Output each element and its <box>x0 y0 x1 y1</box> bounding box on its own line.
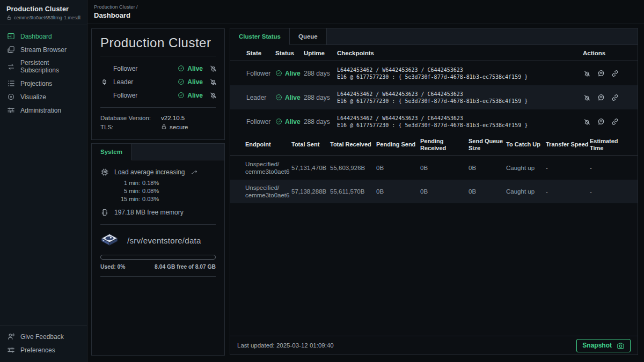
sliders-icon <box>7 106 15 114</box>
bell-slash-icon[interactable] <box>583 93 591 102</box>
bell-slash-icon[interactable] <box>209 64 218 73</box>
bell-slash-icon[interactable] <box>209 77 218 86</box>
sidebar-item-label: Persistent Subscriptions <box>20 59 80 74</box>
sidebar-item-stream-browser[interactable]: Stream Browser <box>0 43 87 56</box>
message-icon[interactable] <box>597 117 605 126</box>
replication-table-header: Endpoint Total Sent Total Received Pendi… <box>230 134 638 156</box>
cluster-host-text: cemme3to0aet653ltrng-1.mesdb.... <box>14 15 80 20</box>
sidebar-item-label: Projections <box>20 80 52 87</box>
layers-icon <box>7 46 15 54</box>
row-actions <box>583 117 632 126</box>
node-uptime: 288 days <box>304 118 337 125</box>
total-received: 55,603,926B <box>330 165 376 171</box>
snapshot-button[interactable]: Snapshot <box>576 339 631 352</box>
sidebar-item-label: Give Feedback <box>20 333 64 341</box>
camera-icon <box>617 342 625 350</box>
row-actions <box>583 69 632 78</box>
sidebar-item-give-feedback[interactable]: Give Feedback <box>0 330 87 343</box>
breadcrumb[interactable]: Production Cluster / <box>94 4 644 10</box>
cluster-node-list: Follower Alive Leader Alive <box>92 56 224 107</box>
disk-path: /srv/eventstore/data <box>127 236 201 245</box>
node-uptime: 288 days <box>304 94 337 101</box>
disk-icon <box>100 233 119 247</box>
bell-slash-icon[interactable] <box>209 91 218 100</box>
replication-table-row: Unspecified/ cemme3to0aet6 57,138,288B 5… <box>230 180 638 203</box>
cluster-name: Production Cluster <box>6 5 80 13</box>
check-circle-icon <box>275 118 282 125</box>
db-version-label: Database Version: <box>100 115 161 121</box>
endpoint-cell: Unspecified/ cemme3to0aet6 <box>245 184 291 199</box>
cluster-table-row: Follower Alive 288 days L6442453462 / W6… <box>230 109 638 134</box>
load-average-title: Load average increasing <box>114 168 185 176</box>
estimated-time: - <box>590 165 632 171</box>
cpu-icon <box>100 168 109 176</box>
total-sent: 57,131,470B <box>291 165 330 171</box>
cluster-node-row: Follower Alive <box>100 62 218 75</box>
system-card: System Load average increasing 1 min:0.1… <box>91 143 225 356</box>
sidebar-item-label: Stream Browser <box>20 46 67 54</box>
row-actions <box>583 93 632 102</box>
check-circle-icon <box>178 92 185 99</box>
message-icon[interactable] <box>597 93 605 102</box>
node-status: Alive <box>275 94 304 101</box>
feedback-icon <box>7 333 15 341</box>
sidebar-header: Production Cluster cemme3to0aet653ltrng-… <box>0 0 87 25</box>
sidebar-item-dashboard[interactable]: Dashboard <box>0 29 87 43</box>
sidebar-item-preferences[interactable]: Preferences <box>0 343 87 357</box>
node-state: Follower <box>246 70 275 77</box>
sidebar-item-persistent-subscriptions[interactable]: Persistent Subscriptions <box>0 56 87 77</box>
link-icon[interactable] <box>611 69 619 78</box>
bell-slash-icon[interactable] <box>583 117 591 126</box>
total-sent: 57,138,288B <box>291 188 330 195</box>
endpoint-cell: Unspecified/ cemme3to0aet6 <box>245 160 291 175</box>
load-average-row: Load average increasing <box>92 168 224 176</box>
pending-received: 0B <box>420 188 469 195</box>
sidebar: Production Cluster cemme3to0aet653ltrng-… <box>0 0 87 362</box>
pending-received: 0B <box>420 165 469 171</box>
disk-used: Used: 0% <box>100 264 125 270</box>
bell-slash-icon[interactable] <box>583 69 591 78</box>
link-icon[interactable] <box>611 117 619 126</box>
sidebar-item-administration[interactable]: Administration <box>0 104 87 117</box>
sidebar-nav: Dashboard Stream Browser Persistent Subs… <box>0 25 87 121</box>
leader-plug-icon <box>100 78 108 86</box>
cluster-card-title: Production Cluster <box>92 29 224 56</box>
node-state: Leader <box>246 94 275 101</box>
to-catch-up: Caught up <box>506 165 546 171</box>
page-title: Dashboard <box>94 11 644 19</box>
to-catch-up: Caught up <box>506 188 546 195</box>
node-state: Follower <box>246 118 275 125</box>
pending-send: 0B <box>376 165 420 171</box>
estimated-time: - <box>590 188 632 195</box>
sidebar-item-projections[interactable]: Projections <box>0 77 87 90</box>
node-status: Alive <box>178 78 203 86</box>
swap-arrows-icon <box>7 63 15 71</box>
sidebar-footer: Give Feedback Preferences <box>0 325 87 362</box>
tab-queue[interactable]: Queue <box>290 28 327 45</box>
eye-icon <box>7 93 15 101</box>
last-updated: Last updated: 2025-03-12 01:09:40 <box>237 342 334 349</box>
link-icon[interactable] <box>611 93 619 102</box>
lock-icon <box>161 124 167 130</box>
sidebar-item-visualize[interactable]: Visualize <box>0 90 87 104</box>
transfer-speed: - <box>546 188 590 195</box>
load-average-values: 1 min:0.18% 5 min:0.08% 15 min:0.03% <box>92 179 224 203</box>
transfer-speed: - <box>546 165 590 171</box>
preferences-sliders-icon <box>7 346 15 354</box>
cluster-node-row: Leader Alive <box>100 75 218 88</box>
send-queue-size: 0B <box>469 165 506 171</box>
cluster-node-row: Follower Alive <box>100 88 218 102</box>
tab-cluster-status[interactable]: Cluster Status <box>230 28 290 45</box>
topbar: Production Cluster / Dashboard <box>87 0 644 24</box>
sidebar-item-label: Administration <box>20 107 61 114</box>
disk-usage-bar <box>100 255 216 260</box>
cluster-table-header: State Status Uptime Checkpoints Actions <box>230 45 638 61</box>
tab-system[interactable]: System <box>92 144 131 160</box>
sidebar-item-label: Visualize <box>20 93 46 101</box>
disk-usage-row: Used: 0% 8.04 GB free of 8.07 GB <box>100 264 216 270</box>
message-icon[interactable] <box>597 69 605 78</box>
node-status: Alive <box>275 70 304 77</box>
check-circle-icon <box>275 70 282 77</box>
memory-chip-icon <box>100 208 109 217</box>
lock-icon <box>6 15 12 20</box>
